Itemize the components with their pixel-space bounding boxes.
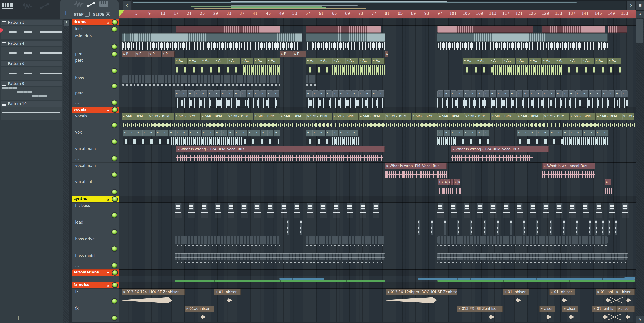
vocal-waveform[interactable] (542, 170, 595, 179)
pattern-clip-blocks[interactable] (438, 236, 608, 244)
clip-name-bar[interactable]: » ..iser (539, 306, 555, 312)
pattern-clip-lead[interactable] (536, 220, 539, 235)
track-mute-led[interactable] (112, 27, 117, 32)
audio-clip-cell[interactable]: » (222, 130, 228, 136)
pattern-clip-hit-bass[interactable] (609, 203, 616, 219)
pattern-clip-lead[interactable] (615, 220, 617, 235)
audio-clip-cell[interactable]: » P.. (280, 51, 293, 57)
audio-clip-cell[interactable]: » (441, 179, 444, 185)
track-mute-led[interactable] (112, 139, 117, 144)
clip-name-bar[interactable]: » What is wron..PM_Vocal Bus (385, 163, 446, 169)
audio-clip[interactable] (306, 33, 385, 41)
audio-clip-cell[interactable]: » SMG..BPM (359, 113, 385, 120)
clip-name-bar[interactable]: » 01..nhiser (214, 289, 240, 295)
audio-clip-cell[interactable]: » A.. (594, 58, 608, 64)
audio-clip-cell[interactable]: » (352, 90, 358, 97)
audio-clip-cell[interactable]: » (464, 90, 470, 97)
pattern-clip-hit-bass[interactable] (622, 203, 628, 219)
pattern-clip-lead[interactable] (431, 220, 433, 235)
audio-clip-cell[interactable]: » (339, 130, 345, 136)
track-mute-led[interactable] (112, 100, 117, 105)
group-header-automations[interactable]: automations▼ (72, 269, 118, 276)
group-header-synths[interactable]: synths▲ (72, 196, 118, 202)
pattern-clip-lead[interactable] (300, 220, 302, 235)
audio-clip-cell[interactable]: » (450, 130, 457, 136)
pattern-item[interactable]: Pattern 4 (0, 41, 63, 61)
audio-clip[interactable] (437, 33, 608, 41)
audio-clip-cell[interactable]: » (530, 90, 536, 97)
audio-clip-cell[interactable]: » (268, 130, 274, 136)
group-mute-led[interactable] (112, 283, 117, 288)
pattern-clip-blocks[interactable] (122, 75, 280, 83)
track-row-vocal-main[interactable]: vocal main... (72, 162, 118, 179)
audio-clip-waveform[interactable] (438, 98, 628, 108)
pattern-clip-hit-bass[interactable] (438, 203, 444, 219)
pattern-clip-notes[interactable] (306, 84, 316, 85)
nav-right-button[interactable]: › (626, 0, 636, 10)
pattern-clip-notes[interactable] (438, 262, 628, 263)
audio-clip-cell[interactable]: » A.. (555, 58, 568, 64)
group-collapse-icon[interactable]: ▲ (107, 284, 109, 287)
audio-clip[interactable] (306, 26, 381, 33)
audio-clip-cell[interactable]: » (261, 130, 267, 136)
audio-clip-cell[interactable]: » SMG..BPM (332, 113, 359, 120)
clip-name-bar[interactable]: » ..hiser (615, 289, 634, 295)
track-mute-led[interactable] (112, 172, 117, 177)
audio-clip-waveform[interactable] (122, 123, 634, 127)
vocal-waveform[interactable] (385, 170, 446, 179)
pattern-item-header[interactable]: Pattern 1 (1, 20, 62, 25)
audio-clip-cell[interactable]: » (543, 130, 550, 136)
track-row-perc[interactable]: perc... (72, 90, 118, 107)
audio-clip-cell[interactable]: » A.. (568, 58, 581, 64)
fx-waveform[interactable] (122, 296, 185, 304)
group-header-fx-noise[interactable]: fx noise▲ (72, 282, 118, 288)
audio-clip-cell[interactable]: » (240, 90, 247, 97)
audio-clip-cell[interactable]: » (227, 90, 234, 97)
audio-clip-cell[interactable]: » (596, 130, 602, 136)
audio-clip-cell[interactable]: » (339, 90, 345, 97)
group-collapse-icon[interactable]: ▲ (107, 108, 109, 111)
pattern-clip-hit-bass[interactable] (281, 203, 287, 219)
audio-clip-cell[interactable]: » (550, 130, 556, 136)
audio-clip-cell[interactable]: » (214, 90, 220, 97)
pattern-item[interactable]: Pattern 10 (0, 101, 63, 121)
audio-clip-cell[interactable]: » (615, 90, 621, 97)
audio-clip-cell[interactable]: » (454, 179, 457, 185)
audio-clip-cell[interactable]: » (195, 130, 201, 136)
piano-roll-icon[interactable] (2, 3, 12, 9)
group-mute-led[interactable] (112, 20, 117, 24)
audio-clip-cell[interactable]: » (562, 90, 569, 97)
audio-clip-cell[interactable]: » (260, 90, 266, 97)
scroll-up-button[interactable]: ∧ (636, 10, 644, 18)
audio-clip-cell[interactable]: » (457, 90, 463, 97)
audio-clip-cell[interactable]: » (542, 90, 549, 97)
audio-clip-cell[interactable]: » (175, 90, 181, 97)
audio-clip[interactable] (608, 26, 627, 33)
pattern-clip-lead[interactable] (576, 220, 578, 235)
audio-clip-cell[interactable]: » A.. (306, 58, 319, 64)
audio-clip-cell[interactable]: » (332, 130, 338, 136)
automation-clip[interactable] (418, 278, 634, 280)
automation-clip[interactable] (175, 280, 385, 282)
group-header-drums[interactable]: drums▲ (72, 19, 118, 25)
audio-clip-cell[interactable]: » (556, 90, 562, 97)
pattern-clip-blocks[interactable] (175, 236, 280, 244)
fx-waveform[interactable] (386, 296, 457, 304)
audio-clip-cell[interactable]: » (202, 130, 208, 136)
audio-clip-cell[interactable]: » (312, 90, 319, 97)
audio-clip-cell[interactable]: » SMG..BPM (201, 113, 227, 120)
fx-hit-waveform[interactable] (457, 313, 503, 321)
pattern-clip-hit-bass[interactable] (215, 203, 221, 219)
pattern-clip-hit-bass[interactable] (490, 203, 497, 219)
audio-clip-cell[interactable]: » (549, 90, 556, 97)
track-mute-led[interactable] (112, 84, 117, 88)
track-row-bass-drive[interactable]: bass drive... (72, 236, 118, 253)
clip-name-bar[interactable]: » 013 FX 124..HOUSE Zenhiser (122, 289, 185, 295)
automation-clip[interactable] (279, 278, 324, 280)
track-mute-led[interactable] (112, 263, 117, 268)
pattern-clip-hit-bass[interactable] (334, 203, 340, 219)
audio-clip-cell[interactable]: » SMG..BPM (517, 113, 543, 120)
pattern-clip-hit-bass[interactable] (294, 203, 300, 219)
audio-clip-cell[interactable]: » (274, 130, 280, 136)
pattern-clip-hit-bass[interactable] (596, 203, 602, 219)
